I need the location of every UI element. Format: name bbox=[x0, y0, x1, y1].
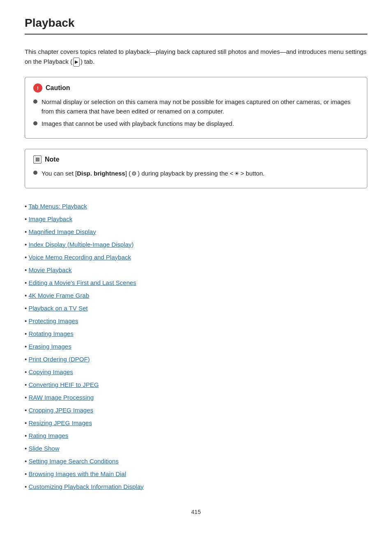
bullet-dot bbox=[33, 121, 37, 125]
toc-item: Magnified Image Display bbox=[25, 226, 367, 237]
toc-item: Resizing JPEG Images bbox=[25, 417, 367, 428]
caution-box: ! Caution Normal display or selection on… bbox=[25, 77, 367, 139]
toc-link-playback-tv[interactable]: Playback on a TV Set bbox=[28, 305, 88, 312]
note-header: ▧ Note bbox=[33, 155, 359, 164]
toc-link-tab-menus-playback[interactable]: Tab Menus: Playback bbox=[28, 203, 87, 210]
toc-item: Copying Images bbox=[25, 366, 367, 377]
toc-item: 4K Movie Frame Grab bbox=[25, 290, 367, 301]
toc-item: Playback on a TV Set bbox=[25, 303, 367, 314]
toc-item: Image Playback bbox=[25, 213, 367, 224]
caution-item-2-text: Images that cannot be used with playback… bbox=[42, 119, 234, 129]
toc-link-editing-movie[interactable]: Editing a Movie's First and Last Scenes bbox=[28, 279, 136, 286]
toc-link-voice-memo[interactable]: Voice Memo Recording and Playback bbox=[28, 254, 131, 261]
caution-item-2: Images that cannot be used with playback… bbox=[33, 119, 359, 129]
toc-link-resizing-jpeg[interactable]: Resizing JPEG Images bbox=[28, 419, 92, 426]
toc-item: Customizing Playback Information Display bbox=[25, 481, 367, 492]
toc-item: Slide Show bbox=[25, 443, 367, 454]
toc-item: Browsing Images with the Main Dial bbox=[25, 468, 367, 479]
toc-item: Movie Playback bbox=[25, 264, 367, 275]
toc-link-raw-processing[interactable]: RAW Image Processing bbox=[28, 394, 94, 401]
toc-item: Editing a Movie's First and Last Scenes bbox=[25, 277, 367, 288]
toc-item: Voice Memo Recording and Playback bbox=[25, 252, 367, 263]
toc-item: Setting Image Search Conditions bbox=[25, 456, 367, 467]
toc-link-copying-images[interactable]: Copying Images bbox=[28, 368, 73, 375]
toc-link-print-ordering[interactable]: Print Ordering (DPOF) bbox=[28, 356, 90, 363]
toc-item: Protecting Images bbox=[25, 315, 367, 326]
caution-list: Normal display or selection on this came… bbox=[33, 97, 359, 129]
page-title: Playback bbox=[25, 16, 367, 35]
toc-item: Cropping JPEG Images bbox=[25, 405, 367, 416]
toc-link-movie-playback[interactable]: Movie Playback bbox=[28, 266, 71, 273]
caution-item-1-text: Normal display or selection on this came… bbox=[42, 97, 359, 116]
toc-item: Tab Menus: Playback bbox=[25, 201, 367, 212]
toc-link-rotating-images[interactable]: Rotating Images bbox=[28, 330, 73, 337]
note-item-1: You can set [Disp. brightness] (⚙) durin… bbox=[33, 169, 359, 178]
toc-item: Rating Images bbox=[25, 430, 367, 441]
toc-item: Converting HEIF to JPEG bbox=[25, 379, 367, 390]
toc-link-converting-heif[interactable]: Converting HEIF to JPEG bbox=[28, 381, 99, 388]
toc-item: Index Display (Multiple-Image Display) bbox=[25, 239, 367, 250]
toc-link-customizing-display[interactable]: Customizing Playback Information Display bbox=[28, 483, 143, 490]
bullet-dot bbox=[33, 171, 37, 175]
toc-item: Print Ordering (DPOF) bbox=[25, 354, 367, 365]
toc-item: Erasing Images bbox=[25, 341, 367, 352]
caution-icon: ! bbox=[33, 83, 42, 93]
toc-link-protecting-images[interactable]: Protecting Images bbox=[28, 317, 78, 324]
toc-link-slide-show[interactable]: Slide Show bbox=[28, 445, 59, 452]
toc-link-image-playback[interactable]: Image Playback bbox=[28, 215, 72, 222]
note-item-1-text: You can set [Disp. brightness] (⚙) durin… bbox=[42, 169, 265, 178]
disp-brightness-label: Disp. brightness bbox=[77, 170, 125, 177]
note-list: You can set [Disp. brightness] (⚙) durin… bbox=[33, 169, 359, 178]
play-symbol: ▶ bbox=[75, 58, 78, 66]
toc-item: Rotating Images bbox=[25, 328, 367, 339]
note-box: ▧ Note You can set [Disp. brightness] (⚙… bbox=[25, 149, 367, 188]
playback-tab-icon: ▶ bbox=[73, 58, 80, 67]
toc-link-search-conditions[interactable]: Setting Image Search Conditions bbox=[28, 458, 118, 465]
toc-link-browsing-images[interactable]: Browsing Images with the Main Dial bbox=[28, 470, 126, 477]
caution-item-1: Normal display or selection on this came… bbox=[33, 97, 359, 116]
toc-link-erasing-images[interactable]: Erasing Images bbox=[28, 343, 71, 350]
toc-link-index-display[interactable]: Index Display (Multiple-Image Display) bbox=[28, 241, 134, 248]
note-title: Note bbox=[45, 156, 60, 163]
toc-link-4k-frame-grab[interactable]: 4K Movie Frame Grab bbox=[28, 292, 89, 299]
toc-link-magnified-image-display[interactable]: Magnified Image Display bbox=[28, 228, 96, 235]
settings-icon: ⚙ bbox=[131, 169, 137, 178]
toc-list: Tab Menus: Playback Image Playback Magni… bbox=[25, 201, 367, 492]
caution-header: ! Caution bbox=[33, 83, 359, 93]
sun-icon: ☀ bbox=[234, 169, 240, 178]
intro-paragraph: This chapter covers topics related to pl… bbox=[25, 47, 367, 67]
toc-item: RAW Image Processing bbox=[25, 392, 367, 403]
page-number: 415 bbox=[25, 509, 367, 515]
toc-link-cropping-jpeg[interactable]: Cropping JPEG Images bbox=[28, 407, 93, 414]
toc-link-rating-images[interactable]: Rating Images bbox=[28, 432, 68, 439]
note-icon: ▧ bbox=[33, 155, 42, 164]
bullet-dot bbox=[33, 99, 37, 104]
caution-title: Caution bbox=[46, 84, 70, 92]
